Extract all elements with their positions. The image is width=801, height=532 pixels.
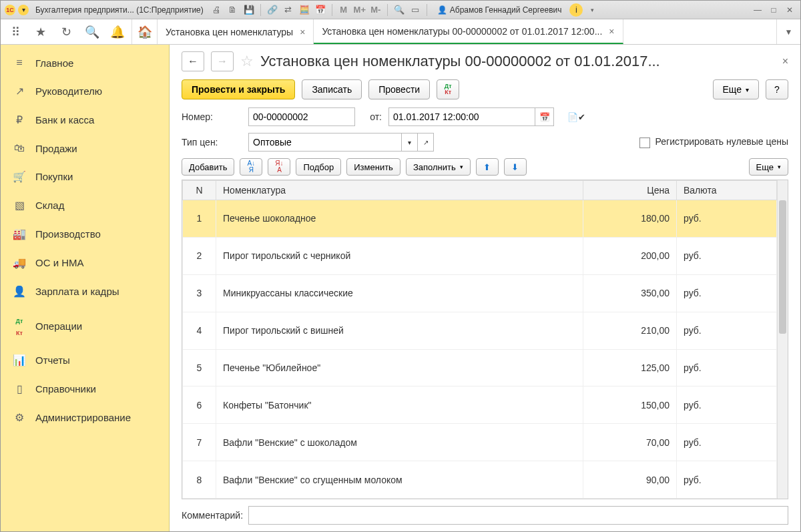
tasks-icon[interactable]: ▭ (409, 3, 422, 17)
pricetype-label: Тип цен: (182, 137, 242, 148)
tab-close-icon[interactable]: × (300, 27, 305, 37)
preview-icon[interactable]: 🗎 (226, 3, 240, 17)
factory-icon: 🏭 (13, 228, 26, 240)
table-row[interactable]: 7 Вафли "Венские" с шоколадом 70,00 руб. (183, 424, 777, 461)
sort-asc-button[interactable]: А↓Я (240, 158, 262, 176)
sidebar-item-assets[interactable]: 🚚ОС и НМА (1, 248, 169, 277)
tab-close-icon[interactable]: × (609, 26, 614, 37)
number-label: Номер: (182, 111, 242, 122)
tabs-dropdown[interactable]: ▼ (776, 19, 800, 44)
bag-icon: 🛍 (13, 142, 26, 154)
post-button[interactable]: Провести (368, 79, 430, 99)
zoom-icon[interactable]: 🔍 (392, 3, 406, 17)
status-check-icon[interactable]: 📄✔ (567, 112, 585, 122)
sidebar-item-admin[interactable]: ⚙Администрирование (1, 403, 169, 432)
boxes-icon: ▧ (13, 199, 26, 212)
search-icon[interactable]: 🔍 (85, 25, 98, 39)
comment-input[interactable] (248, 506, 788, 525)
table-scrollbar[interactable] (777, 180, 788, 499)
home-button[interactable]: 🏠 (132, 19, 158, 44)
col-currency[interactable]: Валюта (677, 181, 777, 200)
sidebar-item-bank[interactable]: ₽Банк и касса (1, 105, 169, 134)
calc-icon[interactable]: 🧮 (298, 3, 311, 17)
sidebar-item-catalogs[interactable]: ▯Справочники (1, 374, 169, 403)
cart-icon: 🛒 (13, 170, 26, 183)
table-row[interactable]: 8 Вафли "Венские" со сгущенным молоком 9… (183, 461, 777, 499)
compare-icon[interactable]: ⇄ (282, 3, 295, 17)
back-button[interactable]: ← (182, 51, 204, 71)
sidebar-item-warehouse[interactable]: ▧Склад (1, 191, 169, 220)
sidebar-item-production[interactable]: 🏭Производство (1, 220, 169, 248)
select-button[interactable]: Подбор (296, 158, 341, 176)
close-button[interactable]: ✕ (783, 3, 796, 17)
dtkt-button[interactable]: ДтКт (437, 79, 459, 99)
forward-button[interactable]: → (211, 51, 234, 71)
sidebar-item-purchases[interactable]: 🛒Покупки (1, 162, 169, 191)
post-and-close-button[interactable]: Провести и закрыть (182, 79, 295, 99)
save-icon[interactable]: 💾 (242, 3, 256, 17)
minimize-button[interactable]: — (751, 3, 764, 17)
sidebar-item-operations[interactable]: ДтКтОперации (1, 306, 169, 346)
table-row[interactable]: 3 Миникруассаны классические 350,00 руб. (183, 274, 777, 312)
document-close-icon[interactable]: × (782, 55, 788, 67)
sidebar-item-sales[interactable]: 🛍Продажи (1, 134, 169, 162)
sidebar-item-reports[interactable]: 📊Отчеты (1, 346, 169, 374)
notifications-icon[interactable]: 🔔 (110, 25, 123, 39)
table-more-button[interactable]: Еще ▾ (749, 158, 788, 176)
date-label: от: (362, 111, 382, 122)
print-icon[interactable]: 🖨 (210, 3, 224, 17)
table-row[interactable]: 5 Печенье "Юбилейное" 125,00 руб. (183, 349, 777, 386)
link-icon[interactable]: 🔗 (266, 3, 279, 17)
toolbar-tabs: ⠿ ★ ↻ 🔍 🔔 🏠 Установка цен номенклатуры ×… (1, 19, 800, 45)
sort-desc-button[interactable]: Я↓А (268, 158, 290, 176)
calendar-icon[interactable]: 📅 (314, 3, 327, 17)
dtkt-icon: ДтКт (13, 314, 26, 338)
info-icon[interactable]: i (569, 3, 583, 17)
maximize-button[interactable]: □ (767, 3, 780, 17)
pricetype-input[interactable] (248, 133, 402, 152)
table-row[interactable]: 2 Пирог тирольский с черникой 200,00 руб… (183, 237, 777, 274)
tab-item[interactable]: Установка цен номенклатуры × (158, 19, 314, 44)
more-button[interactable]: Еще ▾ (713, 79, 760, 99)
m-icon[interactable]: M (337, 3, 350, 17)
register-zero-checkbox[interactable] (639, 138, 650, 148)
dropdown-icon[interactable]: ▾ (402, 133, 418, 152)
m-plus-icon[interactable]: M+ (353, 3, 366, 17)
history-icon[interactable]: ↻ (59, 25, 73, 39)
titlebar-menu-dropdown[interactable]: ▾ (18, 5, 29, 15)
number-input[interactable] (248, 107, 355, 126)
favorite-star-icon[interactable]: ☆ (240, 53, 254, 70)
col-name[interactable]: Номенклатура (216, 181, 583, 200)
sidebar-item-main[interactable]: ≡Главное (1, 49, 169, 77)
info-dropdown-icon[interactable]: ▾ (585, 3, 599, 17)
favorites-icon[interactable]: ★ (34, 25, 47, 39)
app-window: 1С ▾ Бухгалтерия предприяти... (1С:Предп… (0, 0, 801, 532)
date-input[interactable] (388, 107, 535, 126)
move-up-button[interactable]: ⬆ (476, 158, 499, 176)
sidebar-item-hr[interactable]: 👤Зарплата и кадры (1, 277, 169, 306)
help-button[interactable]: ? (766, 79, 788, 99)
chart-icon: ↗ (13, 85, 26, 97)
price-table: N Номенклатура Цена Валюта 1 Печенье шок… (182, 180, 788, 499)
sidebar-item-manager[interactable]: ↗Руководителю (1, 77, 169, 105)
calendar-picker-icon[interactable]: 📅 (535, 107, 554, 126)
tabs-container: Установка цен номенклатуры × Установка ц… (158, 19, 776, 44)
table-row[interactable]: 4 Пирог тирольский с вишней 210,00 руб. (183, 312, 777, 349)
change-button[interactable]: Изменить (346, 158, 400, 176)
col-price[interactable]: Цена (583, 181, 677, 200)
add-button[interactable]: Добавить (182, 158, 234, 176)
col-n[interactable]: N (183, 181, 216, 200)
table-row[interactable]: 1 Печенье шоколадное 180,00 руб. (183, 200, 777, 238)
document-title: Установка цен номенклатуры 00-00000002 о… (260, 53, 776, 70)
tab-item[interactable]: Установка цен номенклатуры 00-00000002 о… (314, 19, 623, 44)
table-row[interactable]: 6 Конфеты "Батончик" 150,00 руб. (183, 386, 777, 424)
m-minus-icon[interactable]: M- (369, 3, 382, 17)
user-label[interactable]: 👤Абрамов Геннадий Сергеевич (432, 5, 567, 15)
content-area: ← → ☆ Установка цен номенклатуры 00-0000… (170, 45, 800, 531)
open-icon[interactable]: ↗ (418, 133, 434, 152)
move-down-button[interactable]: ⬇ (504, 158, 527, 176)
save-button[interactable]: Записать (302, 79, 362, 99)
apps-icon[interactable]: ⠿ (9, 25, 22, 39)
truck-icon: 🚚 (13, 256, 26, 269)
fill-button[interactable]: Заполнить ▾ (406, 158, 471, 176)
